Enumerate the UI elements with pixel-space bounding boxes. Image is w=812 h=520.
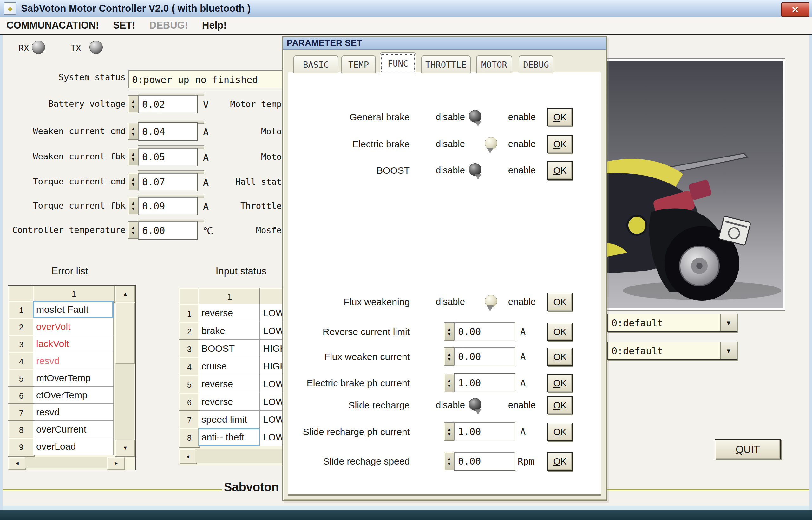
error-vscroll-thumb[interactable]	[116, 302, 135, 364]
reverse-current-limit-spinner[interactable]: ▲▼	[444, 322, 454, 341]
input-row-name[interactable]: cruise	[198, 358, 260, 375]
flux-weaken-current-label: Flux weaken current	[288, 352, 410, 362]
boost-toggle[interactable]	[466, 162, 499, 180]
error-row-cell[interactable]: resvd	[33, 404, 114, 421]
menu-set[interactable]: SET!	[113, 20, 136, 31]
error-row-cell[interactable]: overCurrent	[33, 421, 114, 438]
error-row-cell[interactable]: ctOverTemp	[33, 387, 114, 404]
electric-brake-ph-current-ok-button[interactable]: OK	[547, 374, 573, 392]
preset-dropdown-2[interactable]: 0:default ▼	[607, 342, 737, 360]
input-row-name[interactable]: reverse	[198, 375, 260, 393]
tab-motor[interactable]: MOTOR	[476, 55, 512, 73]
dialog-title-bar[interactable]: PARAMETER SET	[283, 37, 607, 50]
tab-basic[interactable]: BASIC	[293, 55, 339, 73]
disable-label: disable	[436, 112, 465, 122]
slide-recharge-ph-current-ok-button[interactable]: OK	[547, 423, 573, 441]
close-button[interactable]: ✕	[781, 2, 809, 17]
torque-current-fbk-field[interactable]: 0.09	[138, 197, 197, 215]
error-row-cell[interactable]: resvd	[33, 353, 114, 369]
toggle-tail-icon	[474, 174, 482, 180]
tab-throttle[interactable]: THROTTLE	[421, 55, 471, 73]
preset-dropdown-1[interactable]: 0:default ▼	[607, 314, 737, 332]
battery-voltage-field[interactable]: 0.02	[138, 95, 197, 113]
scroll-left-glyph: ◄	[15, 461, 20, 466]
flux-weaken-current-ok-button[interactable]: OK	[547, 347, 573, 366]
slide-rechage-speed-spinner[interactable]: ▲▼	[444, 452, 454, 470]
flux-weakening-toggle[interactable]	[466, 294, 499, 312]
readout-label: Controller temperature	[5, 225, 126, 235]
reverse-current-limit-label: Reverse current limit	[288, 327, 410, 337]
input-row-name[interactable]: BOOST	[198, 340, 260, 358]
tx-led-icon	[90, 41, 103, 54]
rx-label: RX	[18, 43, 29, 54]
electric-brake-ph-current-field[interactable]: 1.00	[454, 373, 515, 392]
boost-ok-button[interactable]: OK	[547, 161, 573, 180]
menu-communication[interactable]: COMMUNACATION!	[6, 20, 99, 31]
scroll-down-icon[interactable]: ▼	[116, 440, 135, 456]
controller-temperature-field[interactable]: 6.00	[138, 222, 197, 239]
input-row-name[interactable]: anti-- theft	[198, 428, 260, 446]
scroll-down-glyph: ▼	[123, 445, 128, 451]
input-row-name[interactable]: speed limit	[198, 411, 260, 428]
torque-current-fbk-spinner[interactable]: ▲▼	[128, 197, 138, 214]
chevron-down-icon[interactable]: ▼	[720, 342, 737, 359]
tab-temp[interactable]: TEMP	[341, 55, 376, 73]
menu-debug[interactable]: DEBUG!	[149, 20, 188, 31]
slide-rechage-speed-field[interactable]: 0.00	[454, 452, 515, 470]
electric-brake-ph-current-label: Electric brake ph current	[288, 378, 410, 389]
error-row-cell[interactable]: lackVolt	[33, 335, 114, 353]
scroll-up-icon[interactable]: ▲	[116, 286, 135, 302]
error-row-index: 8	[8, 421, 34, 439]
slide-recharge-ph-current-field[interactable]: 1.00	[454, 422, 515, 441]
slide-recharge-ph-current-spinner[interactable]: ▲▼	[444, 422, 454, 441]
input-row-name[interactable]: reverse	[198, 393, 260, 411]
scroll-left-icon[interactable]: ◄	[8, 457, 26, 470]
weaken-current-cmd-field[interactable]: 0.04	[138, 123, 197, 140]
reverse-current-limit-ok-button[interactable]: OK	[547, 322, 573, 341]
error-row-cell[interactable]: overVolt	[33, 318, 114, 335]
error-row-index: 3	[8, 335, 34, 354]
tab-debug[interactable]: DEBUG	[519, 55, 553, 73]
general-brake-ok-button[interactable]: OK	[547, 108, 573, 126]
electric-brake-ok-button[interactable]: OK	[547, 135, 573, 153]
battery-voltage-spinner[interactable]: ▲▼	[128, 95, 138, 112]
error-row-cell[interactable]: mtOverTemp	[33, 369, 114, 387]
chevron-down-icon[interactable]: ▼	[720, 314, 737, 332]
enable-label: enable	[508, 139, 536, 149]
reverse-current-limit-field[interactable]: 0.00	[454, 322, 515, 341]
error-row-cell[interactable]: overLoad	[33, 438, 114, 455]
slide-recharge-toggle[interactable]	[466, 397, 499, 415]
scroll-up-glyph: ▲	[123, 291, 128, 297]
tab-func[interactable]: FUNC	[380, 52, 416, 74]
slide-rechage-speed-ok-button[interactable]: OK	[547, 452, 573, 471]
menu-help[interactable]: Help!	[202, 20, 227, 31]
toggle-tail-icon	[487, 148, 494, 153]
readout-unit: V	[203, 99, 209, 110]
tx-label: TX	[70, 43, 81, 54]
controller-temperature-spinner[interactable]: ▲▼	[128, 222, 138, 239]
input-row-name[interactable]: brake	[198, 322, 260, 340]
scroll-left-icon[interactable]: ◄	[179, 449, 196, 464]
readout-label: Weaken current fbk	[5, 152, 126, 161]
slide-recharge-ok-button[interactable]: OK	[547, 396, 573, 414]
electric-brake-toggle[interactable]	[466, 136, 499, 154]
torque-current-cmd-field[interactable]: 0.07	[138, 173, 197, 191]
readout-label: Torque current fbk	[5, 201, 126, 210]
torque-current-cmd-spinner[interactable]: ▲▼	[128, 173, 138, 190]
weaken-current-fbk-spinner[interactable]: ▲▼	[128, 148, 138, 165]
flux-weakening-ok-button[interactable]: OK	[547, 293, 573, 311]
boost-label: BOOST	[288, 165, 410, 176]
error-row-cell[interactable]: mosfet Fault	[33, 301, 114, 318]
weaken-current-fbk-field[interactable]: 0.05	[138, 148, 197, 166]
error-hscroll-track[interactable]	[25, 457, 107, 468]
electric-brake-label: Electric brake	[288, 139, 410, 150]
input-row-name[interactable]: reverse	[198, 304, 260, 322]
flux-weaken-current-field[interactable]: 0.00	[454, 347, 515, 366]
quit-button[interactable]: QUIT	[715, 439, 781, 460]
general-brake-toggle[interactable]	[466, 109, 499, 127]
flux-weaken-current-spinner[interactable]: ▲▼	[444, 347, 454, 366]
electric-brake-ph-current-spinner[interactable]: ▲▼	[444, 373, 454, 392]
input-row-index: 1	[179, 304, 199, 323]
scroll-right-icon[interactable]: ►	[107, 457, 125, 470]
weaken-current-cmd-spinner[interactable]: ▲▼	[128, 123, 138, 140]
